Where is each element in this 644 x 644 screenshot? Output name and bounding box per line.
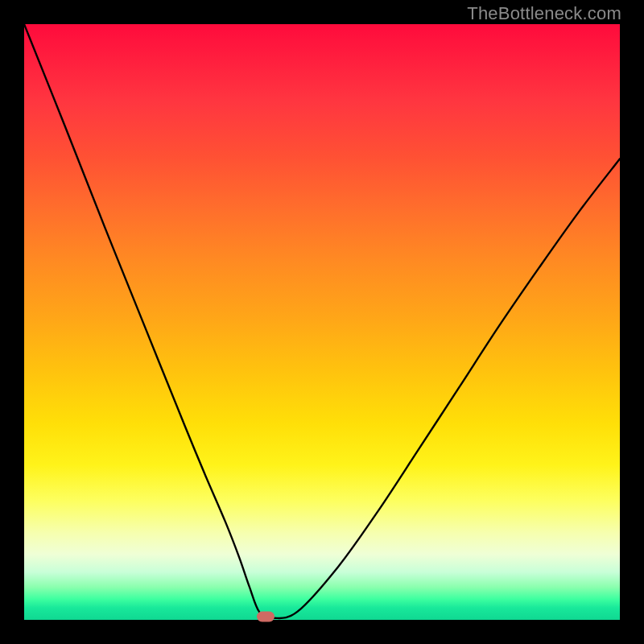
plot-area: [24, 24, 620, 620]
watermark-text: TheBottleneck.com: [467, 3, 621, 24]
optimal-point-marker: [257, 611, 275, 621]
bottleneck-curve: [24, 24, 620, 620]
chart-frame: TheBottleneck.com: [0, 0, 644, 644]
